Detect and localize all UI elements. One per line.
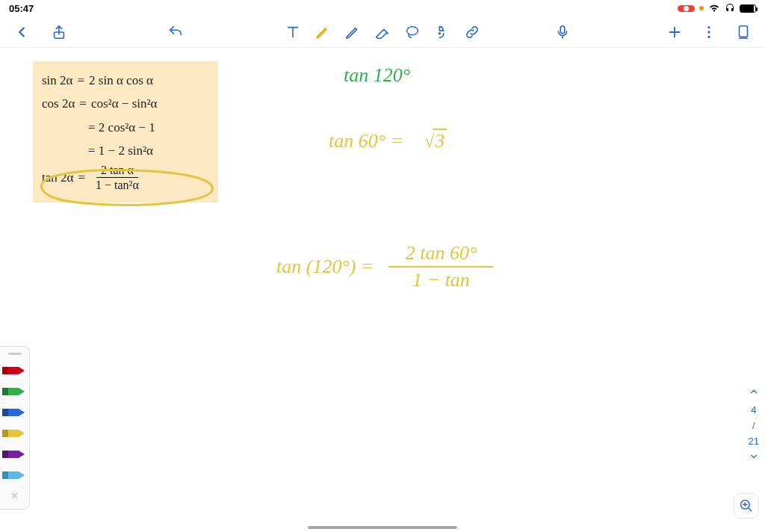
formula-cos-rhs: cos²α − sin²α — [91, 92, 158, 115]
orange-indicator-icon — [699, 6, 704, 10]
step-tan60-lhs: tan 60° = — [329, 130, 403, 152]
tray-handle-icon[interactable] — [8, 353, 22, 355]
svg-point-2 — [439, 32, 440, 34]
formula-card: sin 2α = 2 sin α cos α cos 2α = cos²α − … — [33, 61, 218, 202]
formula-tan-num: 2 tan α — [96, 163, 138, 178]
headphones-icon — [725, 3, 735, 13]
sqrt3-icon: 3 — [423, 130, 447, 152]
eraser-tool-button[interactable] — [373, 22, 392, 42]
note-canvas[interactable]: sin 2α = 2 sin α cos α cos 2α = cos²α − … — [0, 48, 765, 532]
back-button[interactable] — [12, 22, 31, 42]
text-tool-button[interactable] — [283, 22, 303, 42]
link-tool-button[interactable] — [462, 22, 482, 42]
svg-point-4 — [707, 25, 710, 28]
pages-button[interactable] — [734, 22, 753, 42]
pen-green[interactable] — [2, 382, 28, 401]
formula-sin-lhs: sin 2α — [42, 69, 73, 92]
highlighter-tool-button[interactable] — [343, 22, 362, 42]
undo-button[interactable] — [166, 22, 185, 42]
page-current: 4 — [751, 404, 756, 415]
pen-yellow[interactable] — [2, 424, 28, 443]
svg-rect-19 — [2, 471, 8, 479]
battery-icon — [740, 4, 756, 13]
formula-cos-lhs: cos 2α — [42, 92, 75, 115]
status-bar: 05:47 — [0, 0, 765, 16]
svg-rect-15 — [2, 430, 8, 437]
svg-rect-11 — [2, 388, 8, 395]
toolbar — [0, 16, 765, 48]
microphone-button[interactable] — [553, 22, 572, 42]
zoom-in-button[interactable] — [734, 493, 759, 519]
page-sep: / — [752, 420, 755, 431]
formula-cos-alt2: = 1 − 2 sin²α — [42, 139, 209, 162]
pen-purple[interactable] — [2, 445, 28, 464]
step-tan60: tan 60° = 3 — [329, 130, 447, 152]
step-tan120-den: 1 − tan — [408, 267, 474, 291]
svg-rect-7 — [740, 25, 748, 37]
more-options-button[interactable] — [699, 22, 719, 42]
shape-tool-button[interactable] — [433, 22, 452, 42]
problem-statement: tan 120° — [344, 64, 410, 87]
share-button[interactable] — [49, 22, 69, 42]
page-total: 21 — [749, 436, 759, 447]
status-time: 05:47 — [9, 3, 34, 14]
step-tan120-fraction: 2 tan 60° 1 − tan — [388, 242, 493, 291]
step-tan120-num: 2 tan 60° — [401, 242, 482, 266]
svg-rect-13 — [2, 409, 8, 416]
svg-rect-9 — [2, 367, 8, 374]
svg-rect-17 — [2, 451, 8, 458]
formula-cos-alt1: = 2 cos²α − 1 — [42, 116, 209, 139]
pen-red[interactable] — [2, 361, 28, 380]
pen-blue[interactable] — [2, 403, 28, 422]
formula-tan-lhs: tan 2α — [42, 166, 73, 189]
add-button[interactable] — [665, 22, 684, 42]
svg-point-1 — [407, 26, 418, 34]
page-navigator: 4 / 21 — [749, 386, 759, 465]
recording-pill[interactable] — [678, 5, 695, 12]
tray-close-button[interactable]: × — [11, 489, 18, 503]
status-right-cluster — [678, 3, 756, 13]
pencil-tool-button[interactable] — [313, 22, 332, 42]
formula-sin-rhs: 2 sin α cos α — [89, 69, 153, 92]
pen-color-tray: × — [0, 346, 30, 510]
svg-rect-3 — [560, 25, 565, 33]
formula-tan-den: 1 − tan²α — [91, 178, 143, 192]
wifi-icon — [708, 4, 720, 13]
record-dot-icon — [684, 6, 689, 11]
page-up-button[interactable] — [749, 386, 759, 400]
step-tan120: tan (120°) = 2 tan 60° 1 − tan — [276, 242, 493, 291]
home-indicator-icon — [308, 526, 457, 529]
lasso-tool-button[interactable] — [403, 22, 422, 42]
svg-point-6 — [707, 35, 710, 37]
pen-lightblue[interactable] — [2, 466, 28, 485]
step-tan120-lhs: tan (120°) = — [276, 256, 374, 278]
page-down-button[interactable] — [749, 451, 759, 465]
formula-tan-fraction: 2 tan α 1 − tan²α — [91, 163, 143, 192]
svg-point-5 — [707, 31, 710, 33]
